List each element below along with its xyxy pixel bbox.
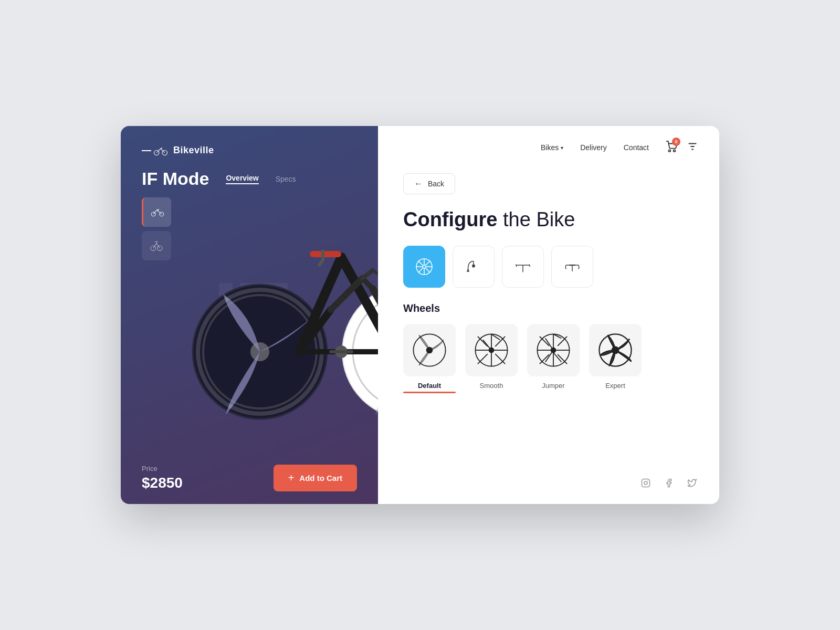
component-selector bbox=[403, 246, 694, 288]
handlebar-drop-icon bbox=[563, 257, 582, 276]
svg-line-28 bbox=[426, 268, 430, 272]
svg-point-31 bbox=[472, 265, 475, 267]
right-content: ← Back Configure the Bike bbox=[378, 163, 719, 393]
svg-point-8 bbox=[250, 342, 269, 361]
configure-light-text: the Bike bbox=[497, 208, 575, 230]
twitter-icon[interactable] bbox=[686, 477, 698, 489]
add-to-cart-label: Add to Cart bbox=[299, 474, 342, 482]
svg-line-47 bbox=[478, 337, 488, 346]
left-panel: IF Bikeville IF Mode Overview Specs bbox=[121, 126, 378, 504]
logo-name: Bikeville bbox=[173, 145, 214, 156]
wheel-expert-icon bbox=[596, 331, 634, 369]
svg-point-7 bbox=[203, 295, 317, 408]
bike-side-icon bbox=[149, 240, 164, 251]
thumb-bike-side[interactable] bbox=[142, 231, 171, 260]
wheel-name-default: Default bbox=[418, 382, 441, 390]
svg-line-27 bbox=[418, 261, 423, 265]
svg-line-48 bbox=[495, 354, 505, 364]
wheels-grid: Default bbox=[403, 324, 694, 393]
wheel-default-icon bbox=[411, 331, 448, 369]
bike-logo-icon bbox=[153, 146, 168, 155]
nav-contact[interactable]: Contact bbox=[624, 143, 649, 152]
nav-delivery[interactable]: Delivery bbox=[580, 143, 607, 152]
svg-line-34 bbox=[516, 264, 517, 267]
back-arrow-icon: ← bbox=[414, 179, 423, 188]
svg-point-11 bbox=[353, 295, 378, 408]
facebook-icon[interactable] bbox=[663, 477, 675, 489]
wheel-active-indicator bbox=[403, 392, 456, 393]
component-wheels-button[interactable] bbox=[403, 246, 445, 288]
instagram-icon[interactable] bbox=[639, 477, 652, 489]
wheel-name-expert: Expert bbox=[605, 382, 625, 390]
instagram-svg bbox=[641, 478, 650, 488]
back-label: Back bbox=[428, 180, 444, 188]
tab-overview[interactable]: Overview bbox=[226, 174, 258, 184]
watermark-text: IF bbox=[213, 261, 286, 370]
svg-line-61 bbox=[558, 337, 567, 346]
svg-point-22 bbox=[423, 265, 426, 268]
cart-badge: 0 bbox=[672, 138, 680, 146]
product-header: IF Mode Overview Specs bbox=[142, 169, 357, 189]
wheel-card-expert bbox=[589, 324, 642, 376]
wheel-card-default bbox=[403, 324, 456, 376]
view-thumbnails bbox=[142, 197, 357, 260]
back-button[interactable]: ← Back bbox=[403, 173, 455, 194]
bottom-bar: Price $2850 + Add to Cart bbox=[121, 452, 378, 504]
svg-rect-69 bbox=[642, 479, 650, 487]
wheel-card-smooth bbox=[465, 324, 518, 376]
logo-area[interactable]: Bikeville bbox=[142, 145, 357, 156]
thumb-bike-full[interactable] bbox=[142, 197, 171, 227]
component-handlebar-curve-button[interactable] bbox=[453, 246, 495, 288]
filter-icon bbox=[687, 141, 698, 152]
svg-point-10 bbox=[342, 285, 378, 419]
svg-line-35 bbox=[529, 264, 530, 267]
wheel-option-expert[interactable]: Expert bbox=[589, 324, 642, 393]
svg-line-29 bbox=[426, 261, 430, 265]
wheel-name-smooth: Smooth bbox=[480, 382, 503, 390]
svg-line-14 bbox=[362, 270, 373, 278]
wheel-card-jumper bbox=[527, 324, 580, 376]
navbar: Bikes ▾ Delivery Contact 0 bbox=[378, 126, 719, 154]
svg-point-16 bbox=[335, 345, 348, 358]
social-icons bbox=[639, 477, 698, 489]
wheel-name-jumper: Jumper bbox=[542, 382, 564, 390]
chevron-down-icon: ▾ bbox=[561, 145, 563, 151]
price-label: Price bbox=[142, 465, 183, 472]
app-container: IF Bikeville IF Mode Overview Specs bbox=[121, 126, 719, 504]
facebook-svg bbox=[664, 478, 674, 488]
product-title: IF Mode bbox=[142, 169, 209, 189]
cart-button[interactable]: 0 bbox=[666, 141, 677, 154]
filter-button[interactable] bbox=[687, 141, 698, 154]
add-to-cart-button[interactable]: + Add to Cart bbox=[274, 465, 357, 491]
logo-dash bbox=[142, 150, 151, 151]
wheel-option-smooth[interactable]: Smooth bbox=[465, 324, 518, 393]
configure-bold-text: Configure bbox=[403, 208, 497, 230]
svg-point-9 bbox=[198, 290, 322, 414]
svg-point-5 bbox=[158, 246, 162, 250]
wheels-label: Wheels bbox=[403, 302, 694, 314]
handlebar-t-icon bbox=[513, 257, 532, 276]
svg-line-66 bbox=[545, 350, 553, 362]
component-handlebar-drop-button[interactable] bbox=[551, 246, 593, 288]
wheel-option-jumper[interactable]: Jumper bbox=[527, 324, 580, 393]
configure-title: Configure the Bike bbox=[403, 209, 694, 231]
right-panel: Bikes ▾ Delivery Contact 0 bbox=[378, 126, 719, 504]
tab-specs[interactable]: Specs bbox=[276, 175, 296, 183]
handlebar-curve-icon bbox=[464, 257, 483, 276]
price-section: Price $2850 bbox=[142, 465, 183, 491]
nav-bikes-label: Bikes bbox=[541, 143, 559, 152]
nav-icons: 0 bbox=[666, 141, 698, 154]
svg-point-4 bbox=[151, 246, 155, 250]
bike-full-icon bbox=[150, 206, 165, 218]
price-value: $2850 bbox=[142, 475, 183, 491]
nav-bikes[interactable]: Bikes ▾ bbox=[541, 143, 563, 152]
wheel-smooth-icon bbox=[472, 331, 510, 369]
wheels-section: Wheels Default bbox=[403, 302, 694, 393]
wheel-option-default[interactable]: Default bbox=[403, 324, 456, 393]
svg-line-52 bbox=[483, 340, 491, 350]
plus-icon: + bbox=[288, 472, 295, 484]
twitter-svg bbox=[687, 478, 697, 488]
svg-point-6 bbox=[193, 285, 327, 419]
component-handlebar-t-button[interactable] bbox=[502, 246, 544, 288]
svg-point-70 bbox=[644, 481, 647, 485]
